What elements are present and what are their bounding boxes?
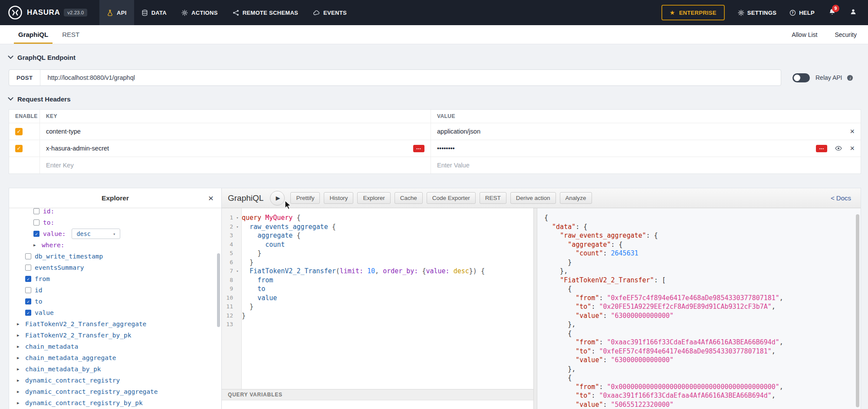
header-key[interactable]: x-hasura-admin-secret <box>46 145 109 152</box>
field-checkbox[interactable] <box>33 208 39 214</box>
query-variables-editor[interactable] <box>222 400 533 409</box>
toolbar-button-explorer[interactable]: Explorer <box>357 192 390 204</box>
explorer-item-chain_metadata_aggregate[interactable]: chain_metadata_aggregate <box>9 352 221 363</box>
field-checkbox[interactable] <box>25 298 31 304</box>
info-icon[interactable]: i <box>847 75 853 81</box>
toolbar-button-code-exporter[interactable]: Code Exporter <box>427 192 476 204</box>
header-key[interactable]: content-type <box>46 128 81 135</box>
nav-item-api[interactable]: API <box>99 0 134 25</box>
link-security[interactable]: Security <box>835 31 857 38</box>
explorer-item-from[interactable]: from <box>9 273 221 285</box>
field-checkbox[interactable] <box>25 287 31 293</box>
remove-header-button[interactable] <box>850 144 855 152</box>
code-line[interactable]: 11 } <box>222 302 533 311</box>
toolbar-button-history[interactable]: History <box>324 192 353 204</box>
graphiql-area: GraphiQL PrettifyHistoryExplorerCacheCod… <box>222 188 861 409</box>
eye-icon[interactable] <box>835 146 842 151</box>
toolbar-button-cache[interactable]: Cache <box>395 192 423 204</box>
query-variables-header[interactable]: QUERY VARIABLES <box>222 389 533 400</box>
request-headers-section-header[interactable]: Request Headers <box>9 95 861 103</box>
explorer-item-chain_metadata[interactable]: chain_metadata <box>9 341 221 352</box>
nav-item-data[interactable]: DATA <box>134 0 174 25</box>
fold-arrow-icon[interactable]: ▾ <box>233 267 242 276</box>
tab-graphiql[interactable]: GraphiQL <box>11 25 55 44</box>
explorer-item-FiatTokenV2_2_Transfer_aggregate[interactable]: FiatTokenV2_2_Transfer_aggregate <box>9 318 221 330</box>
new-header-key-input[interactable] <box>46 162 424 169</box>
cloud-icon <box>313 10 320 16</box>
toolbar-button-analyze[interactable]: Analyze <box>560 192 592 204</box>
fold-arrow-icon[interactable]: ▾ <box>233 213 242 222</box>
explorer-item-id[interactable]: id <box>9 285 221 296</box>
query-variables-label: QUERY VARIABLES <box>228 392 283 398</box>
field-checkbox[interactable] <box>33 219 39 226</box>
explorer-item-value[interactable]: value:desc <box>9 228 221 239</box>
new-header-value-input[interactable] <box>437 162 855 169</box>
code-line[interactable]: 9 to <box>222 285 533 294</box>
code-line[interactable]: 3 aggregate { <box>222 231 533 240</box>
hasura-logo[interactable] <box>8 5 23 20</box>
graphiql-body: 1▾query MyQuery {2▾ raw_events_aggregate… <box>222 208 861 409</box>
help-button[interactable]: ? HELP <box>789 10 815 16</box>
code-line[interactable]: 2▾ raw_events_aggregate { <box>222 222 533 232</box>
header-enabled-checkbox[interactable] <box>15 145 23 152</box>
code-line[interactable]: 6 } <box>222 258 533 267</box>
code-line[interactable]: 4 count <box>222 240 533 249</box>
explorer-item-dynamic_contract_registry_by_pk[interactable]: dynamic_contract_registry_by_pk <box>9 397 221 409</box>
graphql-endpoint-input[interactable]: POST http://localhost:8080/v1/graphql <box>9 69 781 86</box>
explorer-item-dynamic_contract_registry_aggregate[interactable]: dynamic_contract_registry_aggregate <box>9 386 221 397</box>
explorer-item-label: value: <box>43 230 66 237</box>
code-line[interactable]: 7▾ FiatTokenV2_2_Transfer(limit: 10, ord… <box>222 267 533 276</box>
field-checkbox[interactable] <box>25 310 31 316</box>
code-line[interactable]: 10 value <box>222 294 533 303</box>
nav-item-events[interactable]: EVENTS <box>306 0 354 25</box>
docs-link[interactable]: < Docs <box>831 194 855 202</box>
header-enabled-checkbox[interactable] <box>15 128 23 135</box>
nav-item-remote-schemas[interactable]: REMOTE SCHEMAS <box>225 0 306 25</box>
notifications-button[interactable]: 9 <box>829 8 836 17</box>
close-explorer-button[interactable] <box>208 193 214 203</box>
relay-api-toggle[interactable] <box>792 73 810 82</box>
link-allow-list[interactable]: Allow List <box>792 31 817 38</box>
explorer-item-db_write_timestamp[interactable]: db_write_timestamp <box>9 251 221 262</box>
code-line[interactable]: 13 <box>222 320 533 329</box>
code-line[interactable]: 1▾query MyQuery { <box>222 213 533 222</box>
explorer-item-eventsSummary[interactable]: eventsSummary <box>9 262 221 273</box>
graphql-endpoint-section-header[interactable]: GraphQL Endpoint <box>9 53 861 62</box>
tab-rest[interactable]: REST <box>55 25 86 44</box>
explorer-item-label: to: <box>43 219 54 226</box>
explorer-item-value[interactable]: value <box>9 307 221 318</box>
header-value[interactable]: application/json <box>437 128 480 135</box>
editor-resize-bar[interactable] <box>533 208 537 409</box>
query-editor[interactable]: 1▾query MyQuery {2▾ raw_events_aggregate… <box>222 208 533 389</box>
field-checkbox[interactable] <box>25 276 31 282</box>
explorer-item-dynamic_contract_registry[interactable]: dynamic_contract_registry <box>9 375 221 386</box>
col-key: KEY <box>39 110 431 123</box>
explorer-item-to[interactable]: to: <box>9 217 221 228</box>
field-checkbox[interactable] <box>25 265 31 271</box>
explorer-item-to[interactable]: to <box>9 296 221 307</box>
toolbar-button-rest[interactable]: REST <box>480 192 506 204</box>
explorer-item-where[interactable]: where: <box>9 239 221 251</box>
response-line: "from": "0xfeEF57c4f894e6417e468aDe98543… <box>544 294 854 303</box>
explorer-item-FiatTokenV2_2_Transfer_by_pk[interactable]: FiatTokenV2_2_Transfer_by_pk <box>9 330 221 341</box>
code-line[interactable]: 12} <box>222 311 533 321</box>
code-line[interactable]: 5 } <box>222 249 533 258</box>
remove-header-button[interactable] <box>850 128 855 135</box>
settings-button[interactable]: SETTINGS <box>738 10 776 16</box>
fold-arrow-icon[interactable]: ▾ <box>233 222 242 232</box>
execute-query-button[interactable] <box>270 191 285 206</box>
nav-item-actions[interactable]: ACTIONS <box>174 0 225 25</box>
field-checkbox[interactable] <box>33 231 39 237</box>
explorer-item-chain_metadata_by_pk[interactable]: chain_metadata_by_pk <box>9 363 221 375</box>
user-menu-button[interactable] <box>850 8 857 17</box>
toolbar-button-derive-action[interactable]: Derive action <box>510 192 556 204</box>
field-checkbox[interactable] <box>25 253 31 259</box>
enterprise-button[interactable]: ★ ENTERPRISE <box>661 5 725 20</box>
code-line[interactable]: 8 from <box>222 276 533 285</box>
header-value[interactable]: •••••••• <box>437 145 455 152</box>
explorer-scrollbar[interactable] <box>217 253 220 327</box>
toolbar-button-prettify[interactable]: Prettify <box>290 192 320 204</box>
line-number: 7 <box>222 267 233 276</box>
response-scrollbar[interactable] <box>856 214 859 407</box>
enum-select[interactable]: desc <box>72 229 120 239</box>
